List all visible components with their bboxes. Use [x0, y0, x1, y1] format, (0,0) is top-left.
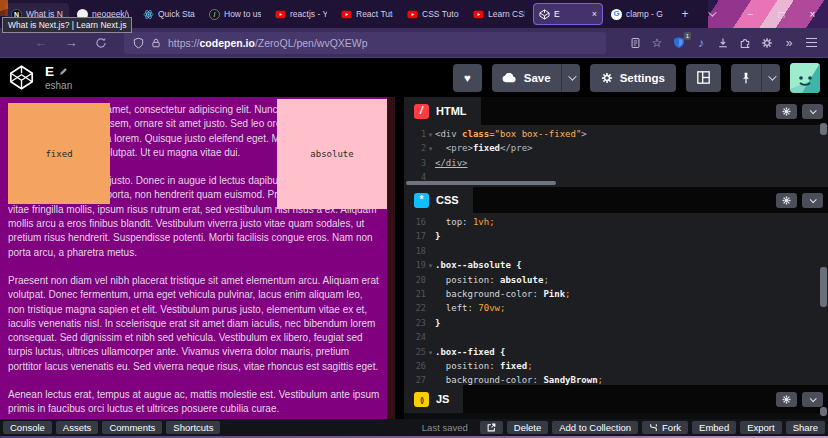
code-line[interactable]: 2▾ <pre>fixed</pre> — [404, 141, 824, 155]
extension-shield-icon[interactable]: 1 — [668, 32, 690, 54]
tab-close-icon[interactable]: × — [592, 9, 597, 19]
browser-tab-how-to-us[interactable]: /How to us — [203, 3, 267, 25]
overflow-menu-icon[interactable]: » — [778, 32, 800, 54]
tab-title: reactjs - Y — [290, 9, 327, 19]
html-collapse-button[interactable] — [802, 104, 823, 119]
forward-button[interactable]: → — [56, 32, 86, 54]
html-editor[interactable]: 1▾<div class="box box--fixed">2▾ <pre>fi… — [404, 125, 824, 187]
code-line[interactable]: 17 } — [404, 229, 824, 243]
code-line[interactable]: 21 background-color: Pink; — [404, 287, 824, 301]
reload-button[interactable] — [86, 32, 116, 54]
cloud-icon — [502, 73, 517, 83]
html-panel-tab[interactable]: / HTML — [404, 97, 481, 125]
extensions-puzzle-icon[interactable] — [734, 32, 756, 54]
css-panel-tab[interactable]: * CSS — [404, 187, 473, 213]
lock-icon[interactable] — [151, 37, 161, 49]
user-avatar[interactable] — [790, 63, 820, 93]
css-vertical-scrollbar[interactable] — [820, 267, 827, 307]
code-line[interactable]: 26 position: fixed; — [404, 359, 824, 373]
code-line[interactable]: 22 left: 70vw; — [404, 301, 824, 315]
code-line[interactable]: 1▾<div class="box box--fixed"> — [404, 127, 824, 141]
list-all-tabs-button[interactable] — [700, 3, 722, 25]
tab-title: clamp - G — [626, 9, 663, 19]
bookmark-star-icon[interactable]: ☆ — [646, 32, 668, 54]
code-line[interactable]: 16 top: 1vh; — [404, 215, 824, 229]
fold-caret-icon[interactable]: ▾ — [426, 142, 435, 156]
hamburger-menu-icon[interactable] — [800, 32, 822, 54]
google-favicon: G — [611, 9, 622, 20]
browser-tab-react-tuto[interactable]: React Tuto — [335, 3, 399, 25]
new-tab-button[interactable]: + — [674, 3, 696, 25]
reader-view-icon[interactable] — [624, 32, 646, 54]
line-number: 27 — [404, 373, 426, 385]
css-collapse-button[interactable] — [802, 193, 823, 208]
code-line[interactable]: 20 position: absolute; — [404, 273, 824, 287]
html-settings-gear-button[interactable] — [776, 104, 797, 119]
js-collapse-button[interactable] — [802, 392, 823, 407]
embed-button[interactable]: Embed — [692, 421, 736, 434]
fold-caret-icon[interactable]: ▾ — [426, 128, 435, 142]
url-bar[interactable]: https://codepen.io/ZeroQL/pen/wvQXEWp — [124, 32, 606, 54]
extension-music-icon[interactable]: ♪ — [690, 32, 712, 54]
like-button[interactable]: ♥ — [453, 64, 482, 92]
pin-button[interactable] — [731, 64, 761, 92]
html-horizontal-scrollbar[interactable] — [406, 181, 556, 185]
shield-icon[interactable] — [133, 37, 144, 49]
save-dropdown-button[interactable] — [561, 64, 580, 92]
footer-shortcuts-button[interactable]: Shortcuts — [166, 421, 220, 434]
fork-button[interactable]: Fork — [642, 421, 688, 434]
preview-scrollbar[interactable] — [387, 97, 395, 419]
chevron-down-icon — [568, 72, 576, 80]
save-button[interactable]: Save — [492, 64, 561, 92]
settings-button[interactable]: Settings — [590, 64, 676, 92]
js-panel-tab[interactable]: () JS — [404, 385, 463, 413]
fold-caret-icon[interactable]: ▾ — [426, 346, 435, 360]
delete-button[interactable]: Delete — [507, 421, 548, 434]
browser-tab-css-tutori[interactable]: CSS Tutori — [401, 3, 465, 25]
code-line[interactable]: 24 — [404, 330, 824, 344]
code-line[interactable]: 3 </div> — [404, 156, 824, 170]
css-settings-gear-button[interactable] — [776, 193, 797, 208]
footer-assets-button[interactable]: Assets — [56, 421, 99, 434]
codepen-logo-icon[interactable] — [8, 64, 35, 91]
change-view-button[interactable] — [686, 64, 721, 92]
browser-tab-quick-star[interactable]: Quick Star — [137, 3, 201, 25]
browser-tab-reactjs-y[interactable]: reactjs - Y — [269, 3, 333, 25]
minimize-button[interactable]: − — [735, 0, 766, 28]
add-to-collection-button[interactable]: Add to Collection — [552, 421, 638, 434]
gear-icon[interactable] — [756, 32, 778, 54]
download-icon[interactable] — [712, 32, 734, 54]
footer-console-button[interactable]: Console — [3, 421, 52, 434]
react-favicon — [143, 9, 154, 20]
open-in-new-window-button[interactable] — [480, 421, 503, 434]
share-button[interactable]: Share — [786, 421, 825, 434]
code-line[interactable]: 19▾.box--absolute { — [404, 258, 824, 272]
browser-tab-e[interactable]: E× — [533, 3, 603, 25]
js-vertical-scrollbar[interactable] — [820, 407, 827, 416]
pin-dropdown-button[interactable] — [761, 64, 780, 92]
browser-tab-learn-css[interactable]: Learn CSS — [467, 3, 531, 25]
line-number: 18 — [404, 244, 426, 258]
code-line[interactable]: 25▾.box--fixed { — [404, 345, 824, 359]
tab-title: E — [554, 9, 586, 19]
line-number: 16 — [404, 215, 426, 229]
code-line[interactable]: 27 background-color: SandyBrown; — [404, 373, 824, 385]
panel-resize-gutter[interactable] — [395, 97, 404, 419]
fork-icon — [649, 423, 658, 432]
css-editor[interactable]: 16 top: 1vh;17 }18 19▾.box--absolute {20… — [404, 213, 824, 385]
back-button[interactable]: ← — [26, 32, 56, 54]
browser-tab-clamp-g[interactable]: Gclamp - G — [605, 3, 669, 25]
footer-comments-button[interactable]: Comments — [102, 421, 162, 434]
html-vertical-scrollbar[interactable] — [820, 123, 827, 135]
maximize-button[interactable]: □ — [766, 0, 797, 28]
fold-caret-icon[interactable]: ▾ — [426, 259, 435, 273]
youtube-favicon — [473, 9, 484, 20]
fork-label: Fork — [662, 422, 681, 433]
code-line[interactable]: 23 } — [404, 316, 824, 330]
code-line[interactable]: 18 — [404, 244, 824, 258]
edit-pencil-icon[interactable] — [59, 67, 68, 76]
close-window-button[interactable]: × — [797, 0, 828, 28]
export-button[interactable]: Export — [740, 421, 781, 434]
line-number: 25 — [404, 345, 426, 359]
js-settings-gear-button[interactable] — [776, 392, 797, 407]
